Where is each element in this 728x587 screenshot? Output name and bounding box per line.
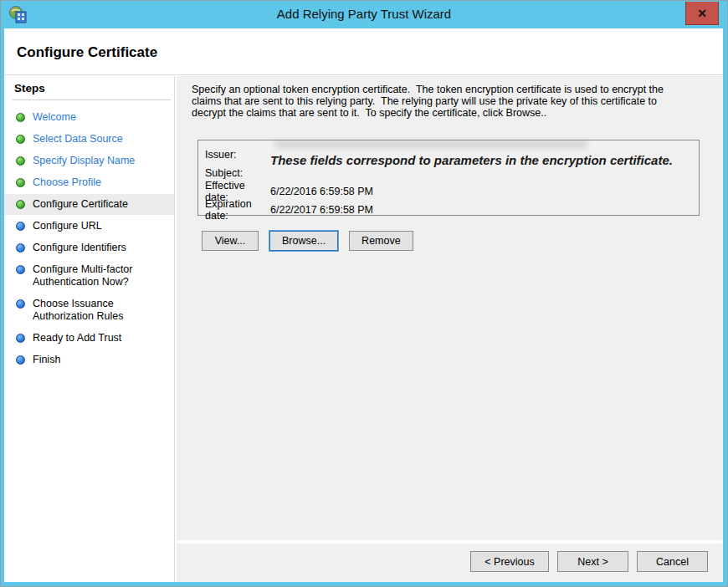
completed-step-icon (16, 200, 25, 209)
sidebar-step-4[interactable]: Choose Profile (4, 172, 174, 193)
sidebar-step-8: Configure Multi-factor Authentication No… (4, 259, 174, 293)
titlebar: Add Relying Party Trust Wizard ✕ (1, 1, 727, 28)
sidebar-step-6: Configure URL (4, 216, 174, 237)
page-header: Configure Certificate (4, 28, 723, 75)
step-label: Ready to Add Trust (33, 332, 121, 345)
cancel-button[interactable]: Cancel (637, 551, 708, 572)
sidebar-step-3[interactable]: Specify Display Name (4, 151, 174, 171)
certificate-field-row: Effective date:6/22/2016 6:59:58 PM (198, 182, 699, 201)
step-label: Select Data Source (33, 133, 123, 145)
content-panel: Specify an optional token encryption cer… (177, 76, 723, 540)
sidebar-step-9: Choose Issuance Authorization Rules (4, 294, 174, 327)
window-title: Add Relying Party Trust Wizard (1, 7, 727, 21)
sidebar-step-5: Configure Certificate (4, 194, 174, 215)
field-label: Expiration date: (205, 198, 270, 222)
sidebar-step-2[interactable]: Select Data Source (4, 129, 174, 150)
sidebar-step-7: Configure Identifiers (4, 237, 174, 258)
field-value: 6/22/2016 6:59:58 PM (270, 186, 373, 197)
upcoming-step-icon (16, 334, 25, 343)
steps-list: WelcomeSelect Data SourceSpecify Display… (4, 107, 174, 370)
annotation-text: These fields correspond to parameters in… (270, 153, 673, 167)
upcoming-step-icon (16, 222, 25, 231)
upcoming-step-icon (16, 355, 25, 365)
step-label: Configure Multi-factor Authentication No… (33, 263, 162, 288)
next-button[interactable]: Next > (557, 551, 628, 572)
close-button[interactable]: ✕ (685, 2, 719, 25)
certificate-buttons: View...Browse...Remove (202, 231, 413, 251)
completed-step-icon (16, 156, 25, 166)
sidebar-step-11: Finish (4, 350, 174, 370)
view-button[interactable]: View... (202, 231, 259, 251)
step-label: Finish (33, 354, 60, 366)
steps-sidebar: Steps WelcomeSelect Data SourceSpecify D… (4, 76, 175, 582)
field-label: Subject: (205, 167, 270, 179)
upcoming-step-icon (16, 243, 25, 253)
certificate-field-row: Expiration date:6/22/2017 6:59:58 PM (198, 201, 699, 219)
completed-step-icon (16, 178, 25, 187)
field-value: 6/22/2017 6:59:58 PM (270, 204, 373, 216)
certificate-details-box: Issuer:Subject:Effective date:6/22/2016 … (197, 140, 700, 216)
remove-button[interactable]: Remove (349, 231, 413, 251)
page-title: Configure Certificate (17, 44, 723, 61)
upcoming-step-icon (16, 299, 25, 309)
previous-button[interactable]: < Previous (470, 551, 549, 572)
sidebar-step-1[interactable]: Welcome (4, 107, 174, 128)
completed-step-icon (16, 113, 25, 122)
wizard-window: Add Relying Party Trust Wizard ✕ Configu… (0, 0, 728, 587)
step-label: Configure URL (33, 220, 102, 232)
browse-button[interactable]: Browse... (269, 231, 338, 251)
step-label: Choose Issuance Authorization Rules (33, 298, 162, 323)
sidebar-step-10: Ready to Add Trust (4, 328, 174, 349)
client-area: Configure Certificate Steps WelcomeSelec… (4, 28, 723, 582)
instructions-text: Specify an optional token encryption cer… (192, 84, 679, 119)
completed-step-icon (16, 135, 25, 144)
step-label: Configure Identifiers (33, 242, 126, 254)
step-label: Choose Profile (33, 176, 101, 189)
step-label: Welcome (33, 111, 76, 124)
field-label: Issuer: (205, 149, 270, 161)
upcoming-step-icon (16, 265, 25, 274)
step-label: Configure Certificate (33, 198, 128, 211)
steps-divider (13, 100, 171, 100)
steps-heading: Steps (4, 76, 174, 100)
footer-bar: < PreviousNext >Cancel (177, 544, 723, 582)
step-label: Specify Display Name (33, 155, 135, 167)
